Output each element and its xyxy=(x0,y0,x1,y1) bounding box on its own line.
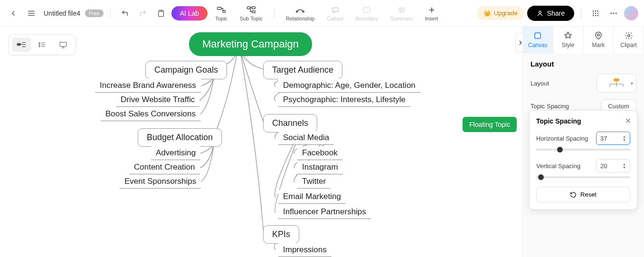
leaf-node[interactable]: Instagram xyxy=(297,161,343,174)
tab-clipart[interactable]: Clipart xyxy=(614,27,644,53)
undo-button[interactable] xyxy=(117,6,133,21)
relationship-tool[interactable]: Relationship xyxy=(281,5,320,21)
svg-point-28 xyxy=(613,12,615,14)
svg-rect-8 xyxy=(252,10,256,12)
leaf-node[interactable]: Content Creation xyxy=(129,161,200,174)
apps-button[interactable] xyxy=(588,6,603,21)
leaf-node[interactable]: Influencer Partnerships xyxy=(278,205,371,219)
close-popover-button[interactable]: ✕ xyxy=(625,116,631,125)
more-button[interactable] xyxy=(606,6,621,21)
subtopic-tool[interactable]: Sub Topic xyxy=(235,5,267,21)
reset-button[interactable]: Reset xyxy=(536,187,630,202)
root-node[interactable]: Marketing Campaign xyxy=(189,32,312,56)
share-button[interactable]: Share xyxy=(527,6,574,21)
tab-canvas[interactable]: Canvas xyxy=(523,27,553,53)
insert-tool[interactable]: Insert xyxy=(420,5,443,21)
spacing-label: Topic Spacing xyxy=(530,103,569,110)
svg-rect-3 xyxy=(160,10,162,11)
file-name[interactable]: Untitled file4 xyxy=(44,10,80,17)
popover-title: Topic Spacing xyxy=(536,117,630,125)
node-channels[interactable]: Channels xyxy=(263,114,317,133)
reset-icon xyxy=(570,191,577,198)
leaf-node[interactable]: Advertising xyxy=(151,146,200,160)
h-spacing-label: Horizontal Spacing xyxy=(536,135,588,142)
svg-point-20 xyxy=(597,10,598,12)
v-spacing-slider[interactable] xyxy=(536,176,630,178)
top-toolbar: Untitled file4 Free AI Lab Topic Sub Top… xyxy=(0,0,644,27)
tab-style[interactable]: Style xyxy=(553,27,584,53)
svg-rect-6 xyxy=(247,7,251,9)
leaf-node[interactable]: Increase Brand Awareness xyxy=(95,79,201,93)
svg-rect-48 xyxy=(614,78,619,81)
paste-button[interactable] xyxy=(153,6,169,21)
person-icon xyxy=(537,10,543,17)
svg-point-27 xyxy=(610,12,612,14)
mark-icon xyxy=(594,31,603,41)
divider xyxy=(274,9,275,18)
boundary-tool: Boundary xyxy=(351,5,383,21)
clipart-icon xyxy=(625,31,633,41)
leaf-node[interactable]: Social Media xyxy=(278,131,334,145)
svg-point-29 xyxy=(616,12,617,14)
tab-mark[interactable]: Mark xyxy=(584,27,614,53)
leaf-node[interactable]: Boost Sales Conversions xyxy=(101,107,200,121)
callout-icon xyxy=(331,5,340,15)
node-campaign-goals[interactable]: Campaign Goals xyxy=(145,61,227,79)
leaf-node[interactable]: Psychographic: Interests, Lifestyle xyxy=(278,93,410,107)
plus-icon xyxy=(427,5,436,15)
node-kpis[interactable]: KPIs xyxy=(263,225,299,244)
free-badge: Free xyxy=(85,10,104,17)
ai-lab-button[interactable]: AI Lab xyxy=(171,6,208,20)
subtopic-icon xyxy=(246,5,256,15)
relationship-icon xyxy=(295,5,305,15)
callout-label: Callout xyxy=(327,16,343,21)
node-target-audience[interactable]: Target Audience xyxy=(263,61,342,79)
layout-select[interactable] xyxy=(597,74,636,93)
svg-rect-4 xyxy=(218,7,221,10)
user-avatar[interactable] xyxy=(624,6,638,20)
leaf-node[interactable]: Facebook xyxy=(297,146,342,160)
style-icon xyxy=(564,31,572,41)
slider-thumb[interactable] xyxy=(538,174,544,180)
leaf-node[interactable]: Demographic: Age, Gender, Location xyxy=(278,79,420,93)
stepper-arrows[interactable]: ▲▼ xyxy=(623,162,626,169)
layout-section-title: Layout xyxy=(530,60,636,68)
svg-point-46 xyxy=(597,34,600,36)
relationship-label: Relationship xyxy=(286,16,315,21)
h-spacing-input[interactable]: 37▲▼ xyxy=(596,132,630,145)
crown-icon: 👑 xyxy=(483,10,491,17)
leaf-node[interactable]: Drive Website Traffic xyxy=(116,93,199,107)
h-spacing-slider[interactable] xyxy=(536,149,630,151)
topic-spacing-popover: Topic Spacing ✕ Horizontal Spacing 37▲▼ … xyxy=(529,110,637,209)
svg-point-24 xyxy=(593,15,594,16)
h-spacing-value: 37 xyxy=(600,135,607,142)
menu-button[interactable] xyxy=(24,6,39,21)
boundary-label: Boundary xyxy=(356,16,378,21)
svg-rect-7 xyxy=(252,7,256,9)
tab-label: Style xyxy=(562,42,575,48)
leaf-node[interactable]: Email Marketing xyxy=(278,190,346,204)
slider-thumb[interactable] xyxy=(557,147,563,152)
floating-topic[interactable]: Floating Topic xyxy=(463,117,517,132)
v-spacing-input[interactable]: 20▲▼ xyxy=(596,159,630,172)
panel-tabs: Canvas Style Mark Clipart xyxy=(523,27,644,53)
topic-tool[interactable]: Topic xyxy=(210,5,232,21)
layout-thumbnail-icon xyxy=(606,77,627,89)
svg-point-22 xyxy=(595,12,597,14)
topic-icon xyxy=(217,5,226,15)
leaf-node[interactable]: Event Sponsorships xyxy=(120,175,201,189)
leaf-node[interactable]: Twitter xyxy=(297,175,331,189)
stepper-arrows[interactable]: ▲▼ xyxy=(623,135,626,142)
redo-button[interactable] xyxy=(135,6,151,21)
svg-point-23 xyxy=(597,12,598,14)
summary-label: Summary xyxy=(390,16,413,21)
svg-rect-5 xyxy=(223,10,225,12)
leaf-node[interactable]: Impressions xyxy=(278,243,331,257)
share-label: Share xyxy=(547,10,565,17)
summary-tool: Summary xyxy=(386,5,417,21)
boundary-icon xyxy=(362,5,371,15)
upgrade-button[interactable]: 👑Upgrade xyxy=(477,6,524,20)
back-button[interactable] xyxy=(6,6,21,21)
node-budget-allocation[interactable]: Budget Allocation xyxy=(138,128,222,147)
svg-point-21 xyxy=(593,12,594,14)
